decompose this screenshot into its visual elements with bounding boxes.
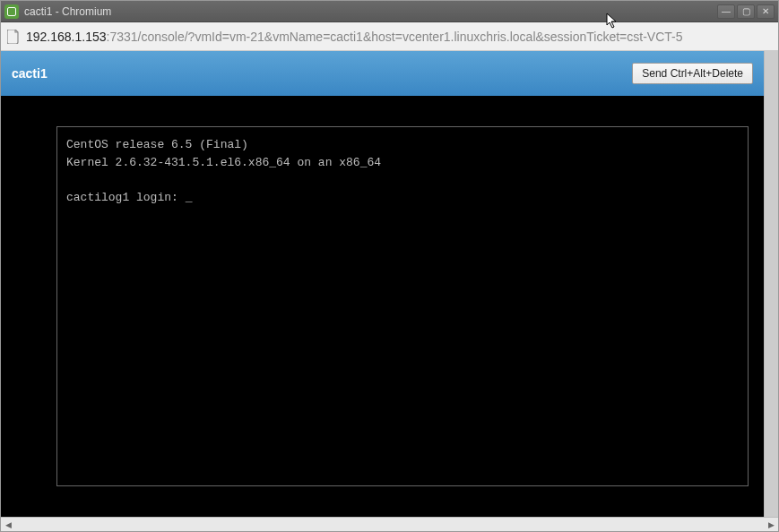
vertical-scrollbar-thumb[interactable] bbox=[765, 51, 778, 517]
console-header: cacti1 Send Ctrl+Alt+Delete bbox=[1, 51, 764, 96]
terminal[interactable]: CentOS release 6.5 (Final) Kernel 2.6.32… bbox=[56, 126, 749, 486]
url-host: 192.168.1.153 bbox=[26, 30, 107, 44]
url-field[interactable]: 192.168.1.153:7331/console/?vmId=vm-21&v… bbox=[26, 30, 773, 44]
window-title: cacti1 - Chromium bbox=[24, 5, 717, 18]
minimize-button[interactable]: — bbox=[717, 4, 735, 19]
content-wrap: cacti1 Send Ctrl+Alt+Delete CentOS relea… bbox=[1, 51, 778, 517]
scroll-left-icon[interactable]: ◀ bbox=[1, 519, 15, 531]
url-path: /console/?vmId=vm-21&vmName=cacti1&host=… bbox=[138, 30, 683, 44]
url-port: :7331 bbox=[107, 30, 138, 44]
horizontal-scrollbar[interactable]: ◀ ▶ bbox=[1, 517, 778, 531]
address-bar[interactable]: 192.168.1.153:7331/console/?vmId=vm-21&v… bbox=[1, 22, 778, 51]
login-prompt: cactilog1 login: bbox=[66, 191, 186, 204]
app-icon bbox=[4, 4, 19, 19]
console-area[interactable]: CentOS release 6.5 (Final) Kernel 2.6.32… bbox=[1, 96, 764, 517]
terminal-line-2: Kernel 2.6.32-431.5.1.el6.x86_64 on an x… bbox=[66, 156, 381, 169]
vertical-scrollbar[interactable] bbox=[764, 51, 778, 517]
window-controls: — ▢ ✕ bbox=[717, 4, 775, 19]
titlebar[interactable]: cacti1 - Chromium — ▢ ✕ bbox=[1, 1, 778, 22]
content: cacti1 Send Ctrl+Alt+Delete CentOS relea… bbox=[1, 51, 764, 517]
close-button[interactable]: ✕ bbox=[757, 4, 775, 19]
terminal-line-1: CentOS release 6.5 (Final) bbox=[66, 138, 248, 151]
vm-name-label: cacti1 bbox=[12, 66, 48, 81]
send-ctrl-alt-delete-button[interactable]: Send Ctrl+Alt+Delete bbox=[632, 63, 753, 84]
scroll-right-icon[interactable]: ▶ bbox=[764, 519, 778, 531]
browser-window: cacti1 - Chromium — ▢ ✕ 192.168.1.153:73… bbox=[0, 0, 779, 532]
cursor-icon: _ bbox=[186, 189, 193, 207]
maximize-button[interactable]: ▢ bbox=[737, 4, 755, 19]
page-icon bbox=[6, 30, 21, 44]
